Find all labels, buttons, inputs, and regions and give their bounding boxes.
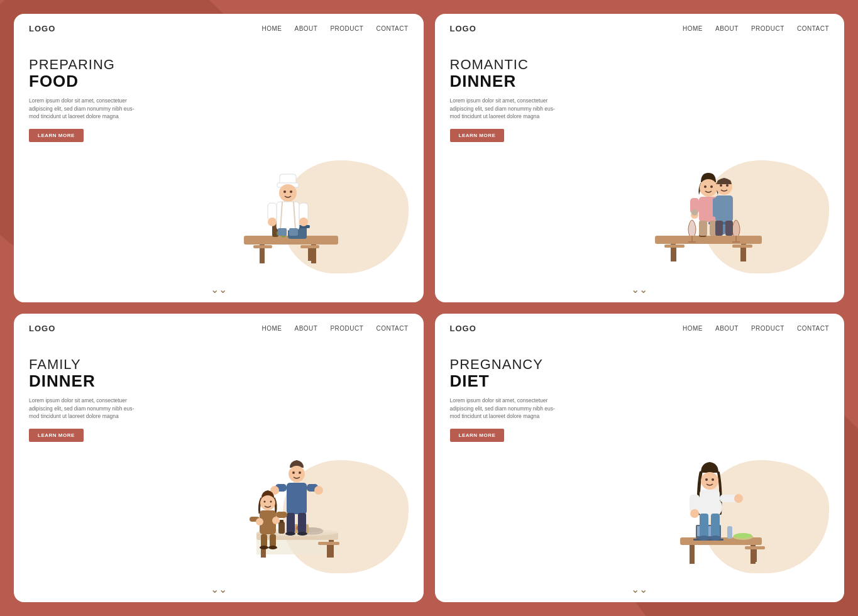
svg-point-21 <box>283 190 286 193</box>
nav-product-1[interactable]: PRODUCT <box>330 25 363 32</box>
nav-links-1: HOME ABOUT PRODUCT CONTACT <box>262 25 409 32</box>
svg-point-96 <box>263 501 265 503</box>
card-text-2: ROMANTIC DINNER Lorem ipsum dolor sit am… <box>450 45 588 273</box>
svg-point-20 <box>299 217 308 226</box>
svg-rect-26 <box>289 228 298 236</box>
pregnant-svg <box>646 444 771 573</box>
card-footer-4: ⌄⌄ <box>435 580 845 602</box>
nav-contact-3[interactable]: CONTACT <box>376 325 408 332</box>
card-pregnancy-diet: LOGO HOME ABOUT PRODUCT CONTACT PREGNANC… <box>435 314 845 602</box>
learn-more-button-4[interactable]: LEARN MORE <box>450 429 505 442</box>
card-text-4: PREGNANCY DIET Lorem ipsum dolor sit ame… <box>450 344 588 573</box>
nav-about-2[interactable]: ABOUT <box>715 25 739 32</box>
svg-rect-81 <box>298 513 306 533</box>
card-text-3: FAMILY DINNER Lorem ipsum dolor sit amet… <box>29 344 167 573</box>
illustration-3 <box>167 344 409 573</box>
svg-rect-75 <box>287 483 307 514</box>
couple-svg <box>642 148 774 273</box>
nav-about-4[interactable]: ABOUT <box>715 325 739 332</box>
svg-point-121 <box>712 478 714 481</box>
svg-rect-65 <box>327 545 331 558</box>
svg-point-89 <box>272 517 280 524</box>
nav-links-2: HOME ABOUT PRODUCT CONTACT <box>683 25 829 32</box>
logo-3: LOGO <box>29 324 55 333</box>
svg-rect-113 <box>711 514 720 537</box>
svg-point-22 <box>290 190 292 193</box>
card-footer-2: ⌄⌄ <box>435 280 845 302</box>
svg-rect-5 <box>300 245 319 248</box>
family-svg <box>219 441 357 573</box>
svg-rect-53 <box>715 195 733 222</box>
learn-more-button-3[interactable]: LEARN MORE <box>29 429 84 442</box>
nav-contact-4[interactable]: CONTACT <box>797 325 829 332</box>
nav-product-3[interactable]: PRODUCT <box>330 325 363 332</box>
card-body-3: FAMILY DINNER Lorem ipsum dolor sit amet… <box>14 338 424 580</box>
svg-point-74 <box>289 466 305 482</box>
title-bold-2: DINNER <box>450 72 588 91</box>
card-body-2: ROMANTIC DINNER Lorem ipsum dolor sit am… <box>435 38 845 280</box>
svg-rect-66 <box>278 522 285 534</box>
description-4: Lorem ipsum dolor sit amet, consectetuer… <box>450 397 557 421</box>
svg-rect-64 <box>318 542 339 545</box>
description-3: Lorem ipsum dolor sit amet, consectetuer… <box>29 397 136 421</box>
title-bold-4: DIET <box>450 372 588 390</box>
svg-rect-54 <box>713 198 717 217</box>
svg-rect-102 <box>753 549 757 562</box>
nav-about-3[interactable]: ABOUT <box>295 325 318 332</box>
title-light-2: ROMANTIC <box>450 57 588 72</box>
nav-product-2[interactable]: PRODUCT <box>751 25 784 32</box>
svg-point-115 <box>710 536 721 541</box>
nav-product-4[interactable]: PRODUCT <box>751 325 784 332</box>
svg-rect-48 <box>699 221 707 236</box>
svg-point-15 <box>279 184 297 202</box>
nav-links-4: HOME ABOUT PRODUCT CONTACT <box>683 325 829 332</box>
chef-svg <box>225 148 351 273</box>
chevron-down-icon-1: ⌄⌄ <box>211 285 227 295</box>
svg-rect-106 <box>727 526 732 539</box>
svg-point-84 <box>292 471 295 474</box>
svg-point-114 <box>698 536 710 541</box>
svg-point-94 <box>260 546 268 549</box>
card-footer-3: ⌄⌄ <box>14 580 424 602</box>
svg-rect-58 <box>725 221 733 236</box>
logo-4: LOGO <box>450 324 476 333</box>
title-light-3: FAMILY <box>29 357 167 372</box>
illustration-4 <box>588 344 830 573</box>
nav-home-2[interactable]: HOME <box>683 25 703 32</box>
svg-point-85 <box>299 471 301 474</box>
svg-rect-101 <box>745 546 765 549</box>
nav-about-1[interactable]: ABOUT <box>295 25 318 32</box>
svg-point-82 <box>285 532 295 536</box>
card-preparing-food: LOGO HOME ABOUT PRODUCT CONTACT PREPARIN… <box>14 14 424 302</box>
card-body-4: PREGNANCY DIET Lorem ipsum dolor sit ame… <box>435 338 845 580</box>
svg-point-79 <box>314 486 323 495</box>
learn-more-button-2[interactable]: LEARN MORE <box>450 129 505 142</box>
svg-rect-30 <box>664 245 685 248</box>
svg-rect-80 <box>287 513 295 533</box>
svg-rect-32 <box>732 245 752 248</box>
svg-rect-16 <box>277 202 299 230</box>
svg-rect-88 <box>276 512 287 518</box>
nav-home-4[interactable]: HOME <box>683 325 703 332</box>
logo-2: LOGO <box>450 24 476 33</box>
svg-rect-67 <box>280 520 283 523</box>
svg-point-119 <box>690 509 699 518</box>
svg-rect-57 <box>715 221 723 236</box>
svg-rect-99 <box>690 545 695 564</box>
svg-point-117 <box>734 494 743 503</box>
svg-point-83 <box>297 532 307 536</box>
nav-home-1[interactable]: HOME <box>262 25 282 32</box>
nav-contact-2[interactable]: CONTACT <box>797 25 829 32</box>
title-light-1: PREPARING <box>29 57 167 72</box>
svg-point-120 <box>705 478 708 481</box>
nav-contact-1[interactable]: CONTACT <box>376 25 408 32</box>
svg-point-95 <box>268 546 277 549</box>
chevron-down-icon-2: ⌄⌄ <box>631 285 647 295</box>
nav-home-3[interactable]: HOME <box>262 325 282 332</box>
learn-more-button-1[interactable]: LEARN MORE <box>29 129 84 142</box>
card-body-1: PREPARING FOOD Lorem ipsum dolor sit ame… <box>14 38 424 280</box>
chevron-down-icon-4: ⌄⌄ <box>631 585 647 595</box>
card-footer-1: ⌄⌄ <box>14 280 424 302</box>
svg-point-51 <box>710 185 713 188</box>
svg-rect-3 <box>253 245 272 248</box>
